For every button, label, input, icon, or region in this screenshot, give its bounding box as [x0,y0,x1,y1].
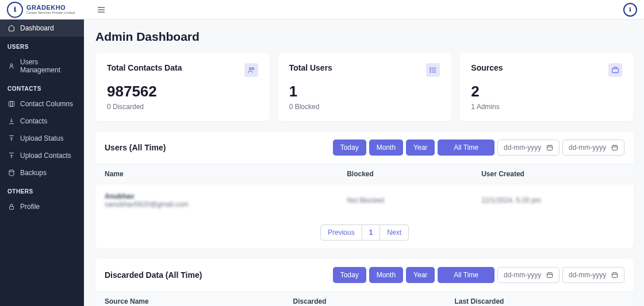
sidebar-item-profile[interactable]: Profile [0,198,84,215]
panel-title: Users (All Time) [105,143,166,152]
card-total-users: Total Users 1 0 Blocked [278,53,452,121]
users-icon [244,63,258,77]
download-icon [7,117,16,125]
nav-section-others: OTHERS [0,181,84,198]
topbar: ℹ GRADEKHO Career Services Private Limit… [0,0,644,20]
filter-controls: Today Month Year All Time dd-mm-yyyy dd-… [333,140,624,156]
pagination-next-button[interactable]: Next [380,224,409,241]
sidebar-item-upload-status[interactable]: Upload Status [0,130,84,147]
nav-label: Profile [20,203,40,211]
nav-label: Users Management [20,58,76,74]
filter-month-button[interactable]: Month [369,140,403,156]
panel-title: Discarded Data (All Time) [105,270,202,280]
th-created: User Created [472,164,634,184]
sidebar-item-users-management[interactable]: Users Management [0,53,84,79]
upload-icon [7,152,16,160]
database-icon [7,169,16,177]
filter-year-button[interactable]: Year [406,267,435,283]
date-to-input[interactable]: dd-mm-yyyy [562,267,624,283]
calendar-icon [546,272,553,278]
card-value: 987562 [107,83,258,100]
svg-point-14 [430,68,431,68]
pagination-prev-button[interactable]: Previous [320,224,362,241]
svg-rect-8 [10,207,14,210]
nav-label: Contacts [20,117,47,125]
svg-point-10 [252,68,254,70]
filter-controls: Today Month Year All Time dd-mm-yyyy dd-… [333,267,624,283]
sidebar-item-contacts[interactable]: Contacts [0,113,84,130]
th-blocked: Blocked [338,164,472,184]
panel-users: Users (All Time) Today Month Year All Ti… [95,131,634,249]
svg-point-7 [9,170,14,172]
card-sub: 0 Discarded [107,103,258,111]
sidebar-item-contact-columns[interactable]: Contact Columns [0,95,84,113]
card-sources: Sources 2 1 Admins [459,53,634,121]
svg-rect-26 [547,273,553,278]
nav-section-contacts: CONTACTS [0,79,84,95]
cell-name: Anubhav sanubhav5820@gmail.com [95,184,338,217]
th-discarded: Discarded [284,292,446,307]
calendar-icon [546,144,553,151]
filter-alltime-button[interactable]: All Time [438,267,494,283]
lock-icon [7,203,16,211]
card-sub: 0 Blocked [289,103,440,111]
nav-label: Dashboard [20,24,54,32]
brand-logo: ℹ GRADEKHO Career Services Private Limit… [7,2,75,18]
user-icon [7,62,16,70]
nav-label: Contact Columns [20,100,73,108]
list-icon [426,63,440,77]
user-avatar[interactable]: ℹ [623,3,637,17]
home-icon [7,24,16,32]
pagination: Previous 1 Next [95,216,634,249]
svg-rect-30 [612,273,618,278]
card-label: Total Contacts Data [107,63,182,72]
svg-point-15 [430,69,431,70]
brand-sub: Career Services Private Limited [26,11,75,14]
table-row: Anubhav sanubhav5820@gmail.com Not Block… [95,184,634,217]
sidebar-item-dashboard[interactable]: Dashboard [0,20,84,37]
sidebar: Dashboard USERS Users Management CONTACT… [0,20,84,306]
briefcase-icon [608,63,622,77]
svg-point-9 [249,68,251,70]
topbar-left: ℹ GRADEKHO Career Services Private Limit… [7,2,106,18]
svg-rect-18 [547,146,553,150]
calendar-icon [611,272,618,278]
th-last: Last Discarded [445,292,634,307]
filter-alltime-button[interactable]: All Time [438,140,494,156]
th-source: Source Name [95,292,284,307]
stat-cards-row: Total Contacts Data 987562 0 Discarded T… [95,53,634,121]
sidebar-item-backups[interactable]: Backups [0,164,84,181]
card-sub: 1 Admins [471,103,622,111]
logo-mark: ℹ [7,2,23,18]
users-table: Name Blocked User Created Anubhav sanubh… [95,164,634,216]
columns-icon [7,100,16,108]
filter-month-button[interactable]: Month [369,267,403,283]
th-name: Name [95,164,338,184]
card-total-contacts: Total Contacts Data 987562 0 Discarded [95,53,270,121]
filter-year-button[interactable]: Year [406,140,435,156]
date-from-input[interactable]: dd-mm-yyyy [497,140,559,156]
upload-icon [7,134,16,142]
menu-toggle-icon[interactable] [97,5,106,14]
svg-rect-22 [612,146,618,150]
filter-today-button[interactable]: Today [333,267,366,283]
card-value: 2 [471,83,622,100]
cell-created: 22/1/2024, 5:28 pm [472,184,634,217]
discarded-table: Source Name Discarded Last Discarded [95,291,634,306]
brand-title: GRADEKHO [26,5,75,11]
cell-blocked: Not Blocked [338,184,472,217]
card-label: Sources [471,63,503,72]
date-from-input[interactable]: dd-mm-yyyy [497,267,559,283]
sidebar-item-upload-contacts[interactable]: Upload Contacts [0,147,84,164]
svg-point-16 [430,72,431,72]
svg-point-3 [10,64,13,66]
filter-today-button[interactable]: Today [333,140,366,156]
panel-discarded: Discarded Data (All Time) Today Month Ye… [95,259,634,306]
pagination-page-button[interactable]: 1 [362,224,381,241]
calendar-icon [611,144,618,151]
main-content: Admin Dashboard Total Contacts Data 9875… [84,20,644,306]
nav-label: Backups [20,169,47,177]
svg-rect-4 [9,102,14,107]
date-to-input[interactable]: dd-mm-yyyy [562,140,624,156]
card-label: Total Users [289,63,332,72]
